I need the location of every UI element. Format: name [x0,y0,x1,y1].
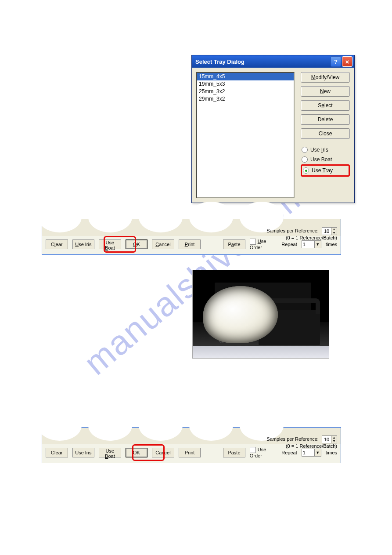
chevron-down-icon[interactable]: ▼ [314,449,321,456]
list-item[interactable]: 29mm_3x2 [197,95,294,103]
repeat-label: Repeat [281,242,297,247]
paste-button[interactable]: Paste [223,239,245,249]
cancel-button[interactable]: Cancel [152,448,174,457]
use-iris-button[interactable]: Use Iris [72,448,95,457]
times-label: times [326,242,337,247]
repeat-combo[interactable]: ▼ [302,449,321,457]
radio-label: Use Iris [310,147,328,153]
select-tray-dialog: Select Tray Dialog ? × 15mm_4x5 19mm_5x3… [191,55,355,203]
paste-button[interactable]: Paste [223,448,245,457]
use-order-checkbox[interactable]: Use Order [250,447,277,458]
repeat-value[interactable] [302,241,314,248]
cancel-button[interactable]: Cancel [152,239,174,249]
tray-listbox[interactable]: 15mm_4x5 19mm_5x3 25mm_3x2 29mm_3x2 [196,72,295,198]
use-iris-button[interactable]: Use Iris [72,239,95,249]
ok-button[interactable]: OK [126,239,148,249]
repeat-value[interactable] [302,449,314,456]
repeat-combo[interactable]: ▼ [302,240,321,248]
spin-down-icon[interactable]: ▼ [331,231,337,235]
toolbar-strip-1: Samples per Reference: ▲▼ (0 = 1 Referen… [42,219,341,255]
dialog-title: Select Tray Dialog [195,58,330,65]
ok-button[interactable]: OK [126,448,148,457]
repeat-label: Repeat [281,450,297,455]
samples-value[interactable] [322,436,331,443]
chevron-down-icon[interactable]: ▼ [314,241,321,248]
times-label: times [326,450,337,455]
toolbar-strip-2: Samples per Reference: ▲▼ (0 = 1 Referen… [42,427,341,463]
close-dialog-button[interactable]: Close [301,128,350,139]
radio-icon [302,156,308,163]
samples-value[interactable] [322,228,331,235]
list-item[interactable]: 15mm_4x5 [197,73,294,80]
spin-down-icon[interactable]: ▼ [331,439,337,443]
use-iris-radio[interactable]: Use Iris [301,145,350,155]
help-button[interactable]: ? [331,56,341,67]
samples-spin[interactable]: ▲▼ [322,435,337,443]
print-button[interactable]: Print [179,239,201,249]
list-item[interactable]: 19mm_5x3 [197,80,294,88]
samples-spin[interactable]: ▲▼ [322,227,337,235]
new-button[interactable]: New [301,86,350,97]
delete-button[interactable]: Delete [301,114,350,125]
radio-icon [302,147,308,153]
spin-up-icon[interactable]: ▲ [331,436,337,439]
use-order-checkbox[interactable]: Use Order [250,239,277,250]
use-boat-button[interactable]: Use Boat [99,239,121,249]
print-button[interactable]: Print [179,448,201,457]
radio-label: Use Boat [310,156,332,163]
use-tray-radio[interactable]: Use Tray [301,164,350,177]
tray-insertion-photo [192,270,329,359]
modify-view-button[interactable]: Modify/View [301,72,350,83]
use-boat-radio[interactable]: Use Boat [301,155,350,164]
select-button[interactable]: Select [301,100,350,111]
clear-button[interactable]: Clear [46,239,68,249]
spin-up-icon[interactable]: ▲ [331,228,337,231]
list-item[interactable]: 25mm_3x2 [197,88,294,95]
radio-icon [303,167,309,174]
close-button[interactable]: × [342,56,352,67]
use-boat-button[interactable]: Use Boat [99,448,121,457]
dialog-titlebar[interactable]: Select Tray Dialog ? × [192,55,354,68]
radio-label: Use Tray [312,167,333,174]
clear-button[interactable]: Clear [46,448,68,457]
